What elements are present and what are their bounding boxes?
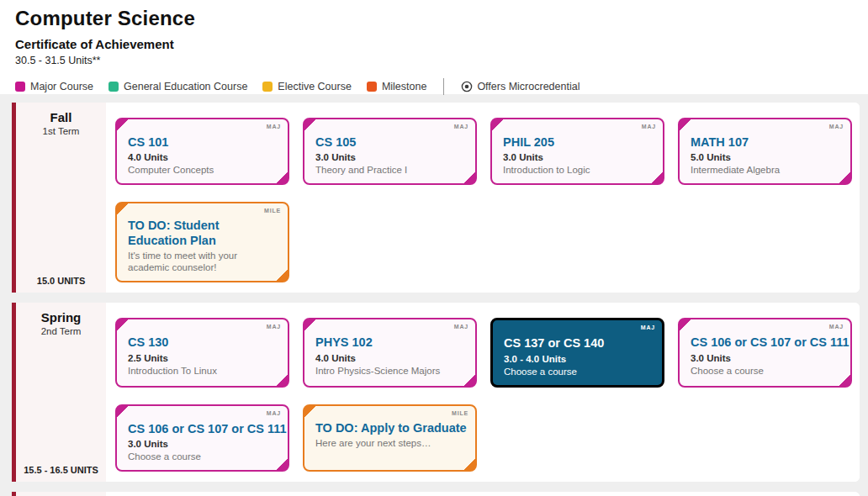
- page-subtitle: Certificate of Achievement: [15, 37, 853, 51]
- card-units: 5.0 Units: [691, 152, 842, 162]
- card-type-tag: MILE: [452, 410, 468, 416]
- microcredential-legend: Offers Microcredential: [461, 81, 580, 92]
- card-units: 4.0 Units: [315, 353, 467, 363]
- legend-item-label: Milestone: [382, 81, 427, 92]
- pathway-map: Fall 1st Term 15.0 UNITS MAJ CS 101 4.0 …: [0, 94, 868, 496]
- card-description: Choose a course: [691, 365, 842, 377]
- terms-container: Fall 1st Term 15.0 UNITS MAJ CS 101 4.0 …: [12, 103, 860, 482]
- cards-area: MAJ CS 101 4.0 Units Computer Concepts M…: [106, 103, 860, 293]
- card-type-tag: MAJ: [829, 324, 844, 330]
- program-header: Computer Science Certificate of Achievem…: [0, 0, 868, 94]
- term-column: Fall 1st Term 15.0 UNITS: [16, 103, 106, 293]
- legend-item: Milestone: [367, 81, 427, 92]
- course-card[interactable]: MAJ PHIL 205 3.0 Units Introduction to L…: [490, 118, 664, 185]
- card-units: 3.0 Units: [691, 353, 842, 363]
- legend-swatch-icon: [15, 82, 25, 92]
- course-card[interactable]: MAJ CS 105 3.0 Units Theory and Practice…: [303, 118, 477, 185]
- program-icon-column: [16, 492, 106, 496]
- term-ordinal: 2nd Term: [16, 326, 106, 336]
- milestone-card[interactable]: MILE TO DO: Apply to Graduate Here are y…: [303, 404, 477, 472]
- card-units: 3.0 Units: [315, 152, 467, 162]
- legend-item: General Education Course: [108, 81, 247, 92]
- card-type-tag: MAJ: [267, 324, 281, 330]
- card-type-tag: MAJ: [454, 124, 468, 129]
- course-card[interactable]: MAJ CS 101 4.0 Units Computer Concepts: [115, 118, 289, 185]
- card-description: Intro Physics-Science Majors: [315, 365, 467, 377]
- term-row: Fall 1st Term 15.0 UNITS MAJ CS 101 4.0 …: [12, 103, 860, 293]
- legend-item: Major Course: [15, 81, 93, 92]
- card-units: 3.0 Units: [128, 439, 279, 449]
- card-type-tag: MAJ: [641, 325, 655, 330]
- term-row: Spring 2nd Term 15.5 - 16.5 UNITS MAJ CS…: [12, 303, 860, 482]
- card-description: Intermediate Algebra: [691, 164, 842, 176]
- total-units-label: 30.5 - 31.5 Units**: [15, 55, 853, 66]
- course-card[interactable]: MAJ CS 106 or CS 107 or CS 111 3.0 Units…: [678, 318, 852, 387]
- target-circle-icon: [461, 81, 473, 92]
- card-units: 2.5 Units: [128, 353, 279, 363]
- card-type-tag: MAJ: [642, 124, 656, 129]
- card-type-tag: MAJ: [267, 410, 281, 416]
- card-units: 3.0 - 4.0 Units: [504, 354, 654, 364]
- program-summary-main: Computer Science - Certificate of Achiev…: [106, 492, 860, 496]
- card-title: PHYS 102: [315, 335, 467, 350]
- card-title: CS 137 or CS 140: [504, 336, 654, 351]
- course-card[interactable]: MAJ CS 137 or CS 140 3.0 - 4.0 Units Cho…: [490, 318, 664, 387]
- card-title: MATH 107: [691, 135, 842, 150]
- card-description: Theory and Practice I: [315, 164, 467, 176]
- course-card[interactable]: MAJ MATH 107 5.0 Units Intermediate Alge…: [678, 118, 852, 185]
- microcredential-label: Offers Microcredential: [477, 81, 580, 92]
- card-units: 4.0 Units: [128, 152, 279, 162]
- card-title: CS 106 or CS 107 or CS 111: [691, 335, 842, 350]
- term-ordinal: 1st Term: [16, 126, 106, 136]
- card-type-tag: MAJ: [454, 324, 468, 330]
- legend-item: Elective Course: [262, 81, 352, 92]
- term-column: Spring 2nd Term 15.5 - 16.5 UNITS: [16, 303, 106, 482]
- term-name: Fall: [16, 110, 106, 124]
- card-title: CS 106 or CS 107 or CS 111: [128, 422, 279, 436]
- card-title: CS 101: [128, 135, 279, 150]
- card-description: Computer Concepts: [128, 164, 279, 176]
- cards-area: MAJ CS 130 2.5 Units Introduction To Lin…: [106, 303, 860, 482]
- card-title: CS 105: [315, 135, 467, 150]
- course-card[interactable]: MAJ PHYS 102 4.0 Units Intro Physics-Sci…: [303, 318, 477, 387]
- card-title: CS 130: [128, 335, 279, 350]
- legend-item-label: Elective Course: [278, 81, 352, 92]
- card-type-tag: MILE: [264, 208, 281, 214]
- card-description: Introduction To Linux: [128, 365, 279, 377]
- legend-divider: [443, 78, 444, 95]
- program-summary-row: Computer Science - Certificate of Achiev…: [12, 492, 860, 496]
- card-title: PHIL 205: [503, 135, 654, 150]
- card-description: Here are your next steps…: [315, 437, 467, 449]
- course-card[interactable]: MAJ CS 106 or CS 107 or CS 111 3.0 Units…: [115, 404, 289, 472]
- card-type-tag: MAJ: [267, 124, 281, 129]
- card-description: Introduction to Logic: [503, 164, 654, 176]
- term-units-total: 15.0 UNITS: [16, 276, 106, 286]
- page-title: Computer Science: [15, 7, 853, 30]
- card-description: It's time to meet with your academic cou…: [128, 250, 279, 274]
- legend-swatch-icon: [367, 82, 377, 92]
- card-title: TO DO: Student Education Plan: [128, 219, 279, 247]
- milestone-card[interactable]: MILE TO DO: Student Education Plan It's …: [115, 202, 289, 282]
- card-description: Choose a course: [504, 366, 654, 377]
- legend-item-label: Major Course: [30, 81, 93, 92]
- legend-item-label: General Education Course: [124, 81, 247, 92]
- legend-swatch-icon: [262, 82, 273, 92]
- card-type-tag: MAJ: [829, 124, 844, 129]
- card-description: Choose a course: [128, 451, 279, 462]
- card-title: TO DO: Apply to Graduate: [315, 421, 467, 435]
- legend-swatch-icon: [108, 82, 119, 92]
- term-name: Spring: [16, 310, 106, 325]
- card-units: 3.0 Units: [503, 152, 654, 162]
- term-units-total: 15.5 - 16.5 UNITS: [16, 465, 106, 475]
- course-card[interactable]: MAJ CS 130 2.5 Units Introduction To Lin…: [115, 318, 289, 387]
- legend: Major CourseGeneral Education CourseElec…: [15, 78, 853, 95]
